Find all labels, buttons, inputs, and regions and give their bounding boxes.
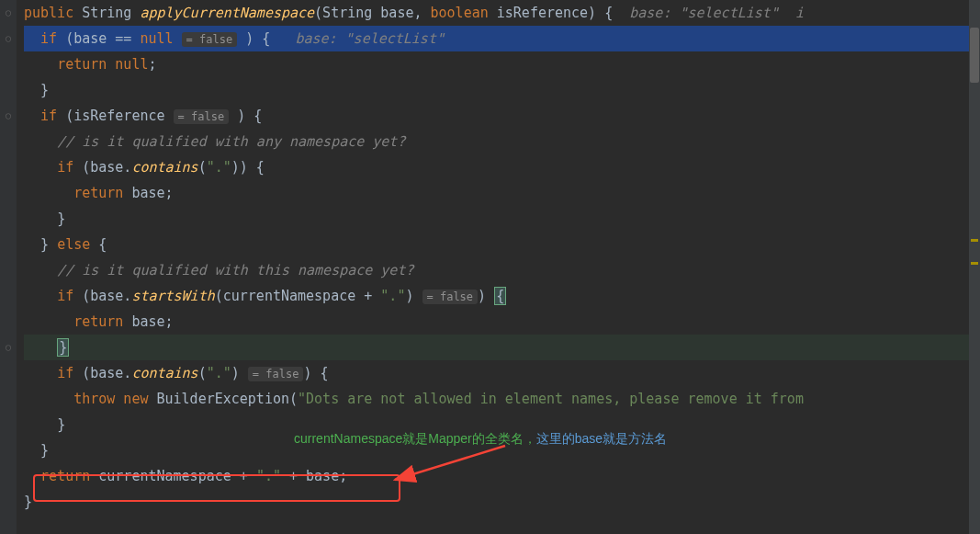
scrollbar-marker: [971, 239, 978, 242]
gutter-breakpoint-icon: ○: [0, 26, 17, 51]
code-line[interactable]: if (base.contains(".")) {: [24, 154, 980, 180]
code-line[interactable]: if (base.startsWith(currentNamespace + "…: [24, 283, 980, 309]
code-line[interactable]: public String applyCurrentNamespace(Stri…: [24, 0, 980, 26]
brace-match-close: }: [57, 338, 69, 357]
code-editor[interactable]: ○ ○ ○ ○ public String applyCurrentNamesp…: [0, 0, 980, 534]
code-line[interactable]: // is it qualified with any namespace ye…: [24, 129, 980, 154]
inline-hint-value: = false: [182, 32, 238, 47]
code-line[interactable]: throw new BuilderException("Dots are not…: [24, 386, 980, 412]
code-line[interactable]: }: [24, 335, 980, 360]
gutter-override-icon: ○: [0, 0, 17, 26]
code-line[interactable]: return null;: [24, 51, 980, 77]
code-line[interactable]: }: [24, 206, 980, 232]
code-line[interactable]: if (base.contains(".") = false) {: [24, 360, 980, 386]
code-line[interactable]: // is it qualified with this namespace y…: [24, 257, 980, 283]
code-line-highlighted-return[interactable]: return currentNamespace + "." + base;: [24, 463, 980, 489]
gutter-marker-icon: ○: [0, 335, 17, 360]
vertical-scrollbar[interactable]: [969, 0, 980, 534]
code-line[interactable]: }: [24, 489, 980, 515]
inline-hint-value: = false: [174, 109, 230, 124]
annotation-label: currentNamespace就是Mapper的全类名，这里的base就是方法…: [294, 426, 667, 451]
scrollbar-thumb[interactable]: [970, 28, 979, 83]
gutter-column: ○ ○ ○ ○: [0, 0, 17, 534]
inline-hint-value: = false: [248, 367, 304, 381]
inline-hint-value: = false: [422, 290, 479, 304]
scrollbar-marker: [971, 262, 978, 265]
code-line[interactable]: } else {: [24, 232, 980, 257]
gutter-marker-icon: ○: [0, 103, 17, 129]
code-line[interactable]: if (isReference = false ) {: [24, 103, 980, 129]
brace-match-open: {: [494, 287, 506, 305]
code-line[interactable]: }: [24, 77, 980, 103]
code-line[interactable]: return base;: [24, 180, 980, 206]
code-content[interactable]: public String applyCurrentNamespace(Stri…: [17, 0, 980, 534]
code-line[interactable]: return base;: [24, 309, 980, 335]
code-line-current[interactable]: if (base == null = false ) { base: "sele…: [24, 26, 980, 51]
